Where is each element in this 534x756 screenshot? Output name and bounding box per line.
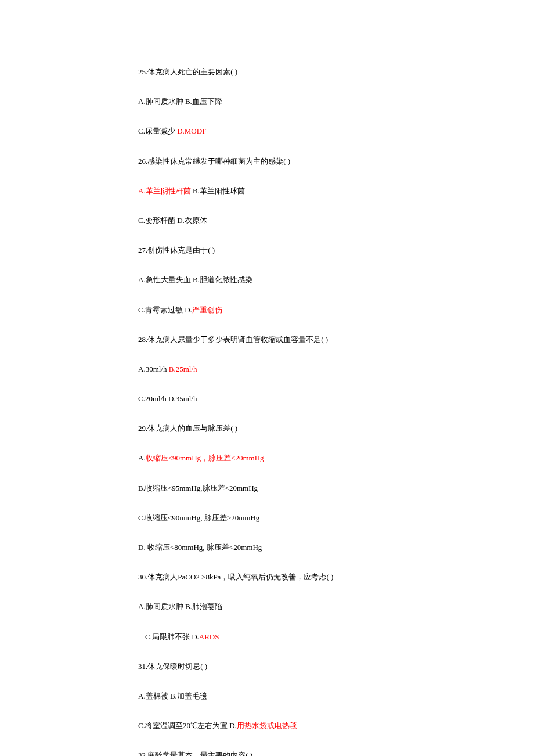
text-line: 25.休克病人死亡的主要因素( ) [138,67,534,77]
text-segment: C.变形杆菌 D.衣原体 [138,216,207,225]
text-line: A.革兰阴性杆菌 B.革兰阳性球菌 [138,186,534,196]
text-segment: C.尿量减少 [138,127,177,135]
highlighted-text: B.25ml/h [169,365,197,373]
text-line: C.尿量减少 D.MODF [138,126,534,136]
text-line: C.20ml/h D.35ml/h [138,394,534,404]
text-segment: 27.创伤性休克是由于( ) [138,246,215,254]
text-segment: A.盖棉被 B.加盖毛毯 [138,692,207,700]
text-segment: A.急性大量失血 B.胆道化脓性感染 [138,275,252,284]
highlighted-text: 收缩压<90mmHg，脉压差<20mmHg [146,453,264,462]
text-line: A.30ml/h B.25ml/h [138,364,534,375]
text-line: 28.休克病人尿量少于多少表明肾血管收缩或血容量不足( ) [138,334,534,345]
text-line: C.将室温调至20℃左右为宜 D.用热水袋或电热毯 [138,721,534,731]
text-line: C.青霉素过敏 D.严重创伤 [138,305,534,315]
text-line: A.盖棉被 B.加盖毛毯 [138,691,534,701]
text-line: A.肺间质水肿 B.血压下降 [138,96,534,107]
highlighted-text: ARDS [199,632,219,641]
text-line: B.收缩压<95mmHg,脉压差<20mmHg [138,483,534,494]
text-segment: A. [138,453,146,462]
text-line: 27.创伤性休克是由于( ) [138,245,534,255]
text-segment: C.20ml/h D.35ml/h [138,394,197,403]
text-line: C.变形杆菌 D.衣原体 [138,215,534,226]
highlighted-text: D.MODF [177,127,206,135]
text-segment: B.收缩压<95mmHg,脉压差<20mmHg [138,484,258,492]
text-segment: 25.休克病人死亡的主要因素( ) [138,67,237,76]
text-segment: C.青霉素过敏 D. [138,305,192,314]
text-line: A.收缩压<90mmHg，脉压差<20mmHg [138,453,534,463]
text-segment: 32.麻醉学最基本、最主要的内容( ) [138,751,252,756]
text-segment: D. 收缩压<80mmHg, 脉压差<20mmHg [138,543,262,552]
document-content: 25.休克病人死亡的主要因素( )A.肺间质水肿 B.血压下降C.尿量减少 D.… [138,67,534,756]
highlighted-text: A.革兰阴性杆菌 [138,186,191,195]
text-line: 29.休克病人的血压与脉压差( ) [138,423,534,434]
text-line: A.肺间质水肿 B.肺泡萎陷 [138,602,534,612]
text-segment: 30.休克病人PaCO2 >8kPa，吸入纯氧后仍无改善，应考虑( ) [138,573,333,581]
text-segment: C.局限肺不张 D. [145,632,199,641]
text-line: C.收缩压<90mmHg, 脉压差>20mmHg [138,513,534,523]
highlighted-text: 用热水袋或电热毯 [237,721,297,730]
text-segment: A.肺间质水肿 B.血压下降 [138,97,222,106]
text-segment: A.30ml/h [138,365,169,373]
text-line: C.局限肺不张 D.ARDS [138,632,534,642]
text-line: D. 收缩压<80mmHg, 脉压差<20mmHg [138,542,534,553]
text-segment: 29.休克病人的血压与脉压差( ) [138,424,237,433]
text-segment: C.将室温调至20℃左右为宜 D. [138,721,237,730]
text-segment: C.收缩压<90mmHg, 脉压差>20mmHg [138,513,259,522]
text-segment: 28.休克病人尿量少于多少表明肾血管收缩或血容量不足( ) [138,335,328,344]
text-segment: 31.休克保暖时切忌( ) [138,662,207,671]
text-segment: A.肺间质水肿 B.肺泡萎陷 [138,602,222,611]
text-line: 31.休克保暖时切忌( ) [138,661,534,672]
text-line: 26.感染性休克常继发于哪种细菌为主的感染( ) [138,156,534,167]
highlighted-text: 严重创伤 [192,305,222,314]
text-segment: 26.感染性休克常继发于哪种细菌为主的感染( ) [138,157,290,165]
text-line: 32.麻醉学最基本、最主要的内容( ) [138,750,534,756]
text-line: A.急性大量失血 B.胆道化脓性感染 [138,275,534,285]
text-line: 30.休克病人PaCO2 >8kPa，吸入纯氧后仍无改善，应考虑( ) [138,572,534,582]
text-segment: B.革兰阳性球菌 [191,186,245,195]
